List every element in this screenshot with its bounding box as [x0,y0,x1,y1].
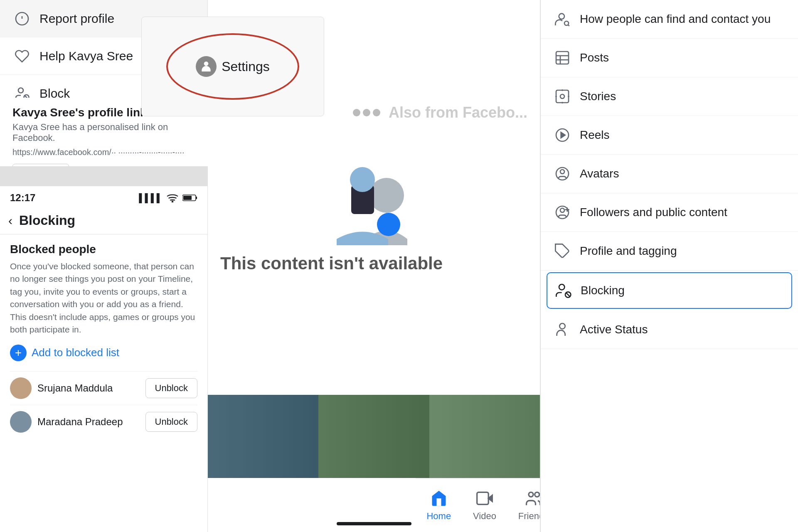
add-blocked-label: Add to blocked list [32,346,119,359]
blocking-header: ‹ Blocking [0,207,207,234]
blocked-people-title: Blocked people [10,243,197,256]
report-profile-label: Report profile [39,12,114,26]
signal-icon: ▌▌▌▌ [139,193,163,203]
stories-label: Stories [580,90,616,103]
active-status-icon [553,320,571,339]
heart-icon [12,47,31,65]
settings-label: Settings [222,59,270,74]
followers-icon [553,203,571,222]
blocking-settings-label: Blocking [581,284,625,297]
also-from-facebook-text: Also from Facebo... [389,104,527,121]
svg-point-35 [560,170,564,174]
svg-rect-11 [196,197,197,199]
settings-profile-tagging-item[interactable]: Profile and tagging [541,232,798,271]
phone-blocking-section: 12:17 ▌▌▌▌ ‹ Blocking Blocked people Onc… [0,186,208,532]
home-nav-icon [430,489,448,507]
alert-icon [12,9,31,28]
svg-point-20 [535,492,539,497]
nav-video[interactable]: Video [469,489,500,522]
blocked-people-section: Blocked people Once you've blocked someo… [0,234,207,447]
avatars-label: Avatars [580,167,619,180]
bottom-navigation: Home Video Friends [416,478,540,532]
avatars-icon [553,165,571,183]
stories-icon [553,87,571,106]
profile-link-subtitle: Kavya Sree has a personalised link on Fa… [12,122,195,143]
battery-icon [182,194,197,202]
content-unavailable-text: This content isn't available [208,254,540,273]
status-bar: 12:17 ▌▌▌▌ [0,186,207,207]
unblock-button-1[interactable]: Unblock [145,378,197,398]
active-status-label: Active Status [580,323,648,336]
home-nav-label: Home [426,511,451,522]
settings-active-status-item[interactable]: Active Status [541,310,798,349]
svg-rect-30 [556,90,569,103]
svg-point-15 [350,167,375,192]
friends-nav-label: Friends [518,511,540,522]
settings-circle: Settings [166,33,299,100]
svg-point-25 [564,21,569,25]
settings-posts-item[interactable]: Posts [541,39,798,77]
profile-link-url: https://www.facebook.com/·· ·········-··… [12,148,195,157]
posts-label: Posts [580,51,609,64]
blocking-settings-icon [554,281,572,300]
svg-point-19 [529,492,533,497]
settings-reels-item[interactable]: Reels [541,116,798,155]
blocking-title: Blocking [19,213,75,228]
svg-point-9 [172,201,173,202]
unblock-button-2[interactable]: Unblock [145,412,197,432]
settings-followers-item[interactable]: Followers and public content [541,193,798,232]
svg-rect-26 [556,52,569,64]
settings-avatar [196,56,217,77]
home-indicator [337,522,411,525]
how-people-label: How people can find and contact you [580,12,771,26]
settings-avatars-item[interactable]: Avatars [541,155,798,193]
blocked-illustration [328,162,420,245]
how-people-item: How people can find and contact you [541,0,798,39]
add-to-blocked-list-button[interactable]: + Add to blocked list [10,345,197,361]
video-nav-icon [475,489,494,507]
person-search-icon [553,10,571,28]
blocked-user-name-2: Maradana Pradeep [37,416,140,428]
svg-point-44 [559,323,565,329]
svg-point-24 [559,14,564,19]
svg-point-8 [204,62,209,66]
svg-point-41 [559,284,564,290]
settings-sidebar: How people can find and contact you Post… [540,0,798,532]
svg-point-37 [560,208,564,212]
wifi-icon [167,193,178,202]
reels-icon [553,126,571,144]
photo-strip [208,395,540,478]
blocked-user-row: Srujana Maddula Unblock [10,371,197,405]
settings-blocking-item[interactable]: Blocking [547,272,792,309]
posts-icon [553,49,571,67]
user-avatar-srujana [10,377,32,399]
video-nav-label: Video [473,511,496,522]
profile-tagging-icon [553,242,571,260]
svg-rect-12 [183,196,192,200]
blocked-people-description: Once you've blocked someone, that person… [10,260,197,336]
friends-nav-icon [524,489,540,507]
user-avatar-maradana [10,411,32,433]
status-icons: ▌▌▌▌ [139,193,197,203]
blocked-user-name-1: Srujana Maddula [37,382,140,394]
gray-divider [0,166,208,186]
help-label: Help Kavya Sree [39,49,133,63]
settings-stories-item[interactable]: Stories [541,77,798,116]
svg-point-16 [377,213,400,236]
svg-marker-33 [561,132,565,138]
svg-rect-17 [477,492,489,504]
time-display: 12:17 [10,192,35,204]
svg-point-3 [18,88,23,93]
followers-label: Followers and public content [580,206,727,219]
nav-friends[interactable]: Friends [514,489,540,522]
back-button[interactable]: ‹ [8,214,12,228]
profile-tagging-label: Profile and tagging [580,244,677,258]
settings-overlay: Settings [141,17,324,116]
svg-line-43 [566,293,570,296]
plus-icon: + [10,345,27,361]
blocked-user-row-2: Maradana Pradeep Unblock [10,405,197,438]
svg-point-31 [560,94,564,99]
reels-label: Reels [580,128,610,142]
nav-home[interactable]: Home [422,489,455,522]
